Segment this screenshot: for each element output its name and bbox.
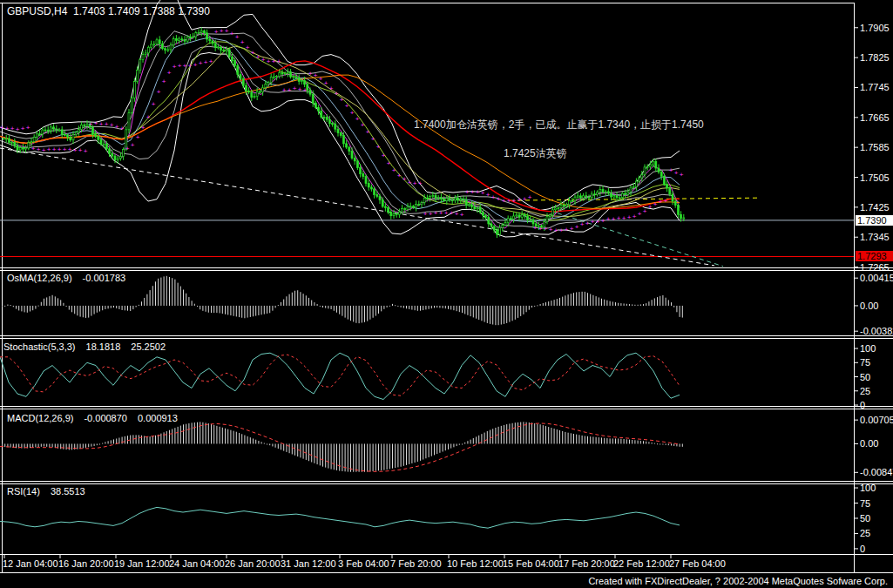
sar-dot: + — [397, 172, 402, 179]
time-axis-label: 7 Feb 20:00 — [390, 558, 442, 569]
sar-dot: + — [235, 33, 240, 41]
sar-dot: + — [591, 218, 595, 226]
sar-dot: + — [188, 62, 193, 70]
chart-canvas[interactable]: 1.79051.78251.77451.76651.75851.75051.74… — [0, 0, 893, 588]
price-axis-label: 0.00415 — [860, 273, 893, 283]
price-axis-label: 1.7585 — [860, 142, 890, 152]
sar-dot: + — [439, 209, 443, 217]
price-axis-label: 75 — [860, 498, 870, 509]
time-axis-label: 31 Jan 12:00 — [281, 558, 336, 569]
sar-dot: + — [68, 145, 72, 153]
sar-dot: + — [528, 193, 532, 201]
sar-dot: + — [565, 226, 569, 233]
chart-title: GBPUSD,H4 1.7403 1.7409 1.7388 1.7390 — [7, 5, 210, 17]
macd-legend: MACD(12,26,9)-0.0008700.000913 — [7, 413, 178, 423]
sar-dot: + — [288, 86, 292, 94]
sar-dot: + — [444, 209, 449, 217]
sar-dot: + — [601, 217, 605, 225]
trade-annotation[interactable]: 1.7400加仓沽英镑，2手，已成。止赢于1.7340，止损于1.7450 — [414, 118, 704, 132]
sar-dot: + — [282, 86, 287, 94]
osma-label: OsMA(12,26,9) — [7, 273, 72, 283]
stop-price-badge: 1.7293 — [856, 251, 893, 261]
price-axis-label: 0 — [860, 400, 865, 410]
sar-dot: + — [669, 166, 673, 174]
sar-dot: + — [136, 133, 140, 141]
sar-dot: + — [523, 195, 527, 203]
sar-dot: + — [152, 100, 156, 108]
sar-dot: + — [120, 125, 125, 132]
sar-dot: + — [680, 171, 684, 179]
sar-dot: + — [617, 214, 621, 222]
sar-dot: + — [403, 175, 407, 183]
stochastic-legend: Stochastic(5,3,3)18.181825.2502 — [3, 341, 166, 352]
sar-dot: + — [638, 210, 642, 218]
sar-dot: + — [470, 188, 475, 196]
trading-chart-window: 1.79051.78251.77451.76651.75851.75051.74… — [0, 0, 893, 588]
sar-dot: + — [94, 119, 98, 127]
sar-dot: + — [434, 209, 438, 217]
sar-dot: + — [606, 215, 611, 223]
sar-dot: + — [10, 125, 15, 132]
sar-dot: + — [141, 124, 145, 132]
sar-dot: + — [518, 196, 522, 204]
current-price-badge: 1.7390 — [856, 215, 893, 226]
sar-dot: + — [465, 188, 470, 196]
osma-value: -0.001783 — [83, 273, 126, 283]
macd-signal-value: 0.000913 — [138, 413, 178, 423]
sar-dot: + — [512, 197, 517, 205]
sar-dot: + — [585, 220, 590, 227]
sar-dot: + — [298, 85, 302, 93]
copyright-text: Created with FXDirectDealer, ? 2002-2004… — [588, 576, 888, 586]
time-axis-label: 27 Feb 04:00 — [669, 558, 726, 569]
sar-dot: + — [497, 195, 501, 203]
sar-dot: + — [105, 120, 109, 128]
rsi-label: RSI(14) — [7, 486, 40, 497]
sar-dot: + — [418, 179, 423, 187]
sell-annotation[interactable]: 1.7425沽英镑 — [504, 146, 567, 161]
time-axis-label: 16 Jan 20:00 — [58, 558, 114, 569]
sar-dot: + — [31, 145, 36, 152]
sar-dot: + — [214, 28, 219, 36]
sar-dot: + — [392, 166, 396, 174]
price-axis-label: 1.7665 — [860, 112, 890, 123]
price-axis-label: 0 — [860, 544, 865, 554]
price-axis-label: 0.00 — [860, 438, 878, 449]
sar-dot: + — [314, 71, 318, 79]
sar-dot: + — [209, 57, 213, 65]
price-axis-label: 1.7505 — [860, 172, 890, 183]
sar-dot: + — [408, 179, 412, 186]
sar-dot: + — [533, 224, 538, 232]
sar-dot: + — [293, 84, 297, 92]
sar-dot: + — [361, 121, 365, 129]
sar-dot: + — [455, 210, 459, 218]
sar-dot: + — [366, 128, 370, 136]
sar-dot: + — [84, 147, 88, 155]
sar-dot: + — [115, 123, 119, 131]
sar-dot: + — [251, 49, 255, 57]
sar-dot: + — [220, 27, 224, 35]
sar-dot: + — [491, 193, 496, 201]
stochastic-k-value: 18.1818 — [86, 341, 121, 352]
sar-dot: + — [643, 207, 647, 215]
sar-dot: + — [26, 124, 30, 132]
sar-dot: + — [261, 56, 266, 64]
time-axis-label: 3 Feb 04:00 — [338, 558, 389, 569]
price-axis-label: 1.7345 — [860, 232, 890, 242]
macd-label: MACD(12,26,9) — [7, 413, 73, 423]
rsi-value: 38.5513 — [51, 486, 85, 497]
sar-dot: + — [648, 203, 653, 211]
price-axis-label: -0.00847 — [860, 467, 893, 477]
sar-dot: + — [162, 78, 166, 85]
price-axis-label: 0.00 — [860, 301, 878, 311]
rsi-line — [0, 507, 680, 528]
sar-dot: + — [653, 200, 658, 208]
sar-dot: + — [350, 109, 355, 117]
sar-dot: + — [659, 198, 663, 206]
sar-dot: + — [570, 225, 574, 233]
sar-dot: + — [622, 214, 626, 222]
sar-dot: + — [157, 88, 161, 96]
sar-dot: + — [183, 62, 187, 70]
sar-dot: + — [486, 191, 490, 199]
time-axis-label: 26 Jan 20:00 — [225, 558, 281, 569]
sar-dot: + — [193, 61, 198, 69]
